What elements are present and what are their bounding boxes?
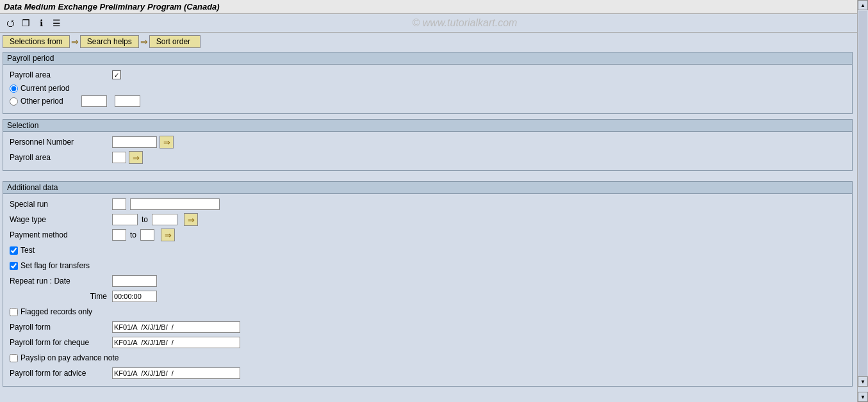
selection-body: Personnel Number ⇒ Payroll area ⇒	[3, 132, 852, 170]
repeat-run-input[interactable]	[112, 275, 157, 287]
payslip-checkbox[interactable]	[10, 354, 18, 362]
wage-type-label: Wage type	[10, 215, 112, 224]
scroll-up-btn[interactable]: ▲	[858, 0, 868, 10]
wage-type-row: Wage type to ⇒	[10, 213, 846, 226]
payroll-form-label: Payroll form	[10, 323, 112, 332]
special-run-input2[interactable]	[130, 198, 220, 210]
special-run-label: Special run	[10, 200, 112, 209]
payment-method-arrow-btn[interactable]: ⇒	[161, 229, 175, 241]
test-row: Test	[10, 244, 846, 257]
copy-icon[interactable]: ❐	[19, 17, 32, 29]
time-label: Time	[10, 292, 112, 301]
wage-type-to: to	[142, 215, 148, 224]
tab-sort-order[interactable]: Sort order	[149, 35, 201, 48]
time-input[interactable]	[112, 291, 157, 302]
payroll-period-section: Payroll period Payroll area ✓ Current pe…	[3, 52, 853, 114]
payroll-area-label: Payroll area	[10, 70, 112, 79]
app-title: Data Medium Exchange Preliminary Program…	[4, 2, 220, 12]
test-checkbox[interactable]	[10, 246, 18, 255]
payroll-form-cheque-row: Payroll form for cheque	[10, 336, 846, 349]
other-period-label: Other period	[20, 97, 63, 106]
tab-arrow-2: ⇒	[140, 36, 148, 47]
personnel-number-input[interactable]	[112, 136, 157, 148]
settings-icon[interactable]: ☰	[50, 17, 63, 29]
current-period-radio[interactable]	[10, 84, 18, 93]
personnel-number-row: Personnel Number ⇒	[10, 136, 846, 149]
payslip-row: Payslip on pay advance note	[10, 351, 846, 364]
wage-type-arrow-icon: ⇒	[188, 215, 195, 225]
tab-selections-from[interactable]: Selections from	[3, 35, 70, 48]
selection-header: Selection	[3, 120, 852, 132]
scroll-bottom-btn[interactable]: ▼	[858, 392, 868, 402]
info-icon[interactable]: ℹ	[35, 17, 47, 29]
other-period-row: Other period	[10, 95, 846, 107]
payroll-form-row: Payroll form	[10, 321, 846, 334]
payroll-form-advice-row: Payroll form for advice	[10, 367, 846, 380]
scroll-down-btn[interactable]: ▼	[858, 376, 868, 387]
payroll-form-cheque-label: Payroll form for cheque	[10, 338, 112, 347]
additional-data-header: Additional data	[3, 182, 852, 194]
recycle-icon[interactable]: ⭯	[4, 17, 17, 29]
tab-bar: Selections from ⇒ Search helps ⇒ Sort or…	[3, 35, 853, 48]
set-flag-label: Set flag for transfers	[20, 261, 90, 270]
sort-order-label: Sort order	[156, 37, 190, 46]
current-period-label: Current period	[20, 84, 70, 93]
selection-payroll-area-input[interactable]	[112, 152, 126, 163]
payslip-label: Payslip on pay advance note	[20, 353, 119, 362]
tab-search-helps[interactable]: Search helps	[80, 35, 139, 48]
toolbar: ⭯ ❐ ℹ ☰ © www.tutorialkart.com	[0, 14, 868, 33]
set-flag-checkbox[interactable]	[10, 262, 18, 270]
selection-payroll-area-label: Payroll area	[10, 153, 112, 162]
set-flag-row: Set flag for transfers	[10, 259, 846, 272]
scrollbar-right[interactable]: ▲ ▼ ▼	[857, 0, 868, 402]
payment-method-input1[interactable]	[112, 229, 126, 241]
selections-from-label: Selections from	[10, 37, 63, 46]
wage-type-input1[interactable]	[112, 214, 138, 225]
additional-data-body: Special run Wage type to ⇒ Payment	[3, 194, 852, 386]
selection-payroll-area-arrow-btn[interactable]: ⇒	[129, 151, 143, 164]
wage-type-arrow-btn[interactable]: ⇒	[184, 213, 198, 226]
watermark: © www.tutorialkart.com	[65, 17, 864, 29]
content-area: Selections from ⇒ Search helps ⇒ Sort or…	[0, 33, 858, 396]
scroll-track[interactable]	[858, 11, 867, 376]
time-row: Time	[10, 290, 846, 303]
test-label: Test	[20, 246, 35, 255]
other-period-input2[interactable]	[115, 95, 140, 107]
payroll-form-input[interactable]	[112, 321, 240, 333]
flagged-records-row: Flagged records only	[10, 305, 846, 318]
personnel-number-arrow-btn[interactable]: ⇒	[160, 136, 174, 149]
personnel-arrow-icon: ⇒	[163, 138, 170, 147]
other-period-radio[interactable]	[10, 97, 18, 106]
payroll-period-header: Payroll period	[3, 52, 852, 65]
payment-method-to: to	[130, 230, 136, 239]
flagged-records-checkbox[interactable]	[10, 308, 18, 316]
payroll-area-checkbox[interactable]: ✓	[112, 70, 121, 79]
selection-payroll-area-row: Payroll area ⇒	[10, 151, 846, 164]
payment-method-row: Payment method to ⇒	[10, 229, 846, 241]
title-bar: Data Medium Exchange Preliminary Program…	[0, 0, 868, 14]
payment-method-arrow-icon: ⇒	[165, 230, 172, 240]
special-run-input1[interactable]	[112, 198, 126, 210]
tab-arrow-1: ⇒	[71, 36, 79, 47]
payment-method-input2[interactable]	[140, 229, 154, 241]
flagged-records-label: Flagged records only	[20, 307, 92, 316]
special-run-inputs	[112, 198, 220, 210]
payroll-form-advice-input[interactable]	[112, 367, 240, 379]
special-run-row: Special run	[10, 198, 846, 211]
additional-data-section: Additional data Special run Wage type to…	[3, 181, 853, 387]
other-period-input1[interactable]	[81, 95, 107, 107]
wage-type-input2[interactable]	[152, 214, 177, 225]
payroll-form-advice-label: Payroll form for advice	[10, 369, 112, 378]
repeat-run-row: Repeat run : Date	[10, 275, 846, 287]
repeat-run-label: Repeat run : Date	[10, 277, 112, 285]
payroll-area-row: Payroll area ✓	[10, 68, 846, 81]
current-period-row: Current period	[10, 84, 846, 93]
selection-payroll-arrow-icon: ⇒	[133, 153, 140, 163]
payroll-form-cheque-input[interactable]	[112, 337, 240, 348]
payroll-period-body: Payroll area ✓ Current period Other peri…	[3, 65, 852, 113]
search-helps-label: Search helps	[87, 37, 132, 46]
payment-method-label: Payment method	[10, 230, 112, 239]
selection-section: Selection Personnel Number ⇒ Payroll are…	[3, 119, 853, 171]
personnel-number-label: Personnel Number	[10, 138, 112, 147]
